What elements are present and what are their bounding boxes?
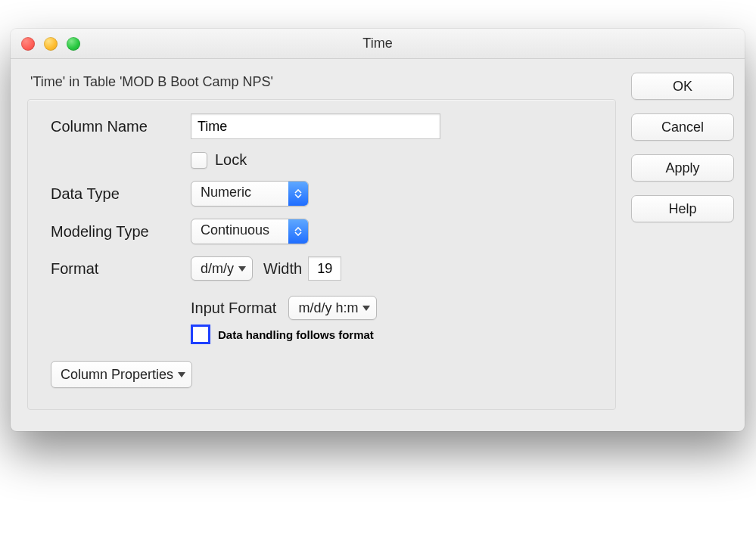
column-name-input[interactable] (191, 113, 440, 139)
dialog-window: Time 'Time' in Table 'MOD B Boot Camp NP… (11, 29, 745, 431)
row-input-format: Input Format m/d/y h:m (191, 296, 602, 320)
minimize-icon[interactable] (44, 37, 58, 51)
data-type-select[interactable]: Numeric (191, 181, 309, 207)
titlebar: Time (11, 29, 745, 59)
row-format: Format d/m/y Width (51, 256, 602, 281)
apply-button[interactable]: Apply (631, 154, 734, 182)
zoom-icon[interactable] (67, 37, 80, 51)
column-properties-label: Column Properties (61, 367, 173, 383)
context-line: 'Time' in Table 'MOD B Boot Camp NPS' (30, 74, 613, 90)
traffic-lights (11, 37, 80, 51)
cancel-button[interactable]: Cancel (631, 113, 734, 141)
width-input[interactable] (308, 256, 341, 281)
input-format-value: m/d/y h:m (298, 300, 358, 316)
window-title: Time (11, 36, 745, 51)
row-data-type: Data Type Numeric (51, 181, 602, 207)
chevron-updown-icon (288, 219, 308, 244)
data-type-label: Data Type (51, 185, 191, 203)
chevron-down-icon (178, 372, 185, 377)
chevron-down-icon (238, 266, 246, 272)
row-data-handling: Data handling follows format (191, 325, 602, 344)
format-value: d/m/y (201, 261, 234, 277)
format-popup[interactable]: d/m/y (191, 256, 253, 281)
row-modeling-type: Modeling Type Continuous (51, 219, 602, 244)
data-handling-checkbox[interactable] (191, 325, 210, 344)
row-column-name: Column Name (51, 113, 602, 139)
modeling-type-value: Continuous (191, 219, 288, 244)
chevron-updown-icon (288, 182, 308, 206)
chevron-down-icon (362, 306, 370, 311)
dialog-body: 'Time' in Table 'MOD B Boot Camp NPS' Co… (11, 59, 745, 431)
right-column: OK Cancel Apply Help (631, 70, 734, 222)
lock-checkbox[interactable] (191, 152, 207, 169)
ok-button[interactable]: OK (631, 73, 734, 100)
column-name-label: Column Name (51, 118, 191, 135)
modeling-type-select[interactable]: Continuous (191, 219, 309, 244)
left-column: 'Time' in Table 'MOD B Boot Camp NPS' Co… (27, 70, 616, 410)
help-button[interactable]: Help (631, 195, 734, 222)
format-label: Format (51, 260, 191, 278)
width-label: Width (263, 260, 302, 278)
row-lock: Lock (191, 151, 602, 169)
column-properties-popup[interactable]: Column Properties (51, 361, 192, 388)
settings-panel: Column Name Lock Data Type Numeric (27, 99, 616, 410)
input-format-popup[interactable]: m/d/y h:m (288, 296, 377, 320)
input-format-label: Input Format (191, 300, 276, 317)
lock-label: Lock (215, 151, 247, 169)
modeling-type-label: Modeling Type (51, 223, 191, 241)
data-handling-label: Data handling follows format (218, 328, 374, 341)
data-type-value: Numeric (191, 182, 288, 206)
close-icon[interactable] (21, 37, 35, 51)
